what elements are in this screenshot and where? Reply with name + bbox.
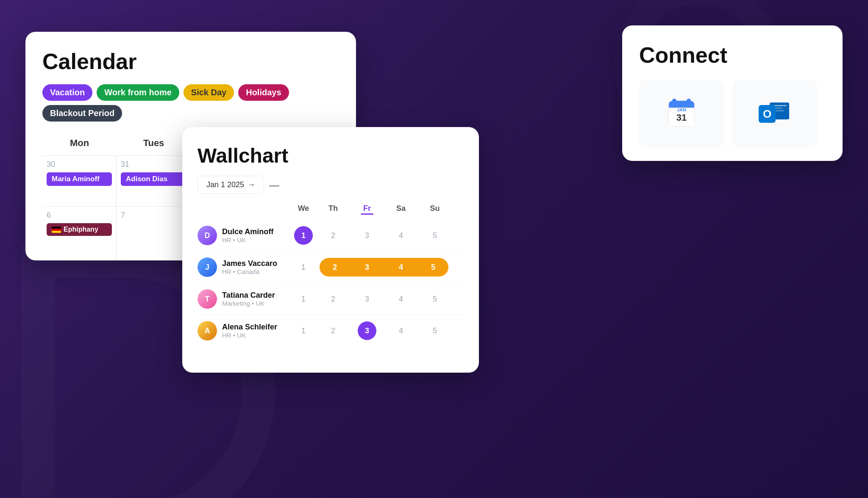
cal-event-adison: Adison Dias [121, 172, 186, 186]
avatar-alena: A [198, 321, 217, 340]
flag-icon [52, 227, 61, 233]
avatar-james: J [198, 257, 217, 277]
svg-text:31: 31 [676, 112, 687, 123]
james-meta: HR • Canada [222, 268, 277, 275]
pill-wfh: Work from home [97, 84, 179, 101]
wc-col-headers: We Th Fr Sa Su [198, 204, 464, 216]
wc-alena-th: 2 [316, 326, 350, 335]
wc-tatiana-we: 1 [291, 295, 316, 304]
wc-dulce-we: 1 [291, 226, 316, 245]
svg-rect-13 [669, 108, 694, 108]
wc-alena-fr: 3 [350, 321, 384, 340]
wc-alena-we: 1 [291, 326, 316, 335]
wc-row-dulce: D Dulce Aminoff HR • UK 1 2 3 4 5 [198, 220, 464, 252]
cal-event-maria: Maria Aminoff [47, 172, 112, 186]
wc-col-su: Su [418, 204, 452, 213]
date-range-arrow: → [248, 180, 255, 189]
outlook-icon: O [758, 100, 792, 127]
svg-rect-5 [669, 123, 694, 126]
wc-row-tatiana: T Tatiana Carder Marketing • UK 1 2 3 4 … [198, 283, 464, 315]
cal-cell-7: 7 [117, 206, 191, 260]
wc-col-fr: Fr [350, 204, 384, 213]
cal-header-mon: Mon [42, 133, 117, 155]
alena-meta: HR • UK [222, 332, 277, 339]
wc-dulce-th: 2 [316, 231, 350, 240]
wc-person-tatiana: T Tatiana Carder Marketing • UK [198, 289, 291, 309]
alena-circle: 3 [358, 321, 376, 340]
wc-dulce-su: 5 [418, 231, 452, 240]
wc-dulce-sa: 4 [384, 231, 418, 240]
wc-tatiana-fr: 3 [350, 295, 384, 304]
dulce-meta: HR • UK [222, 236, 273, 243]
wallchart-title: Wallchart [198, 144, 464, 167]
wc-col-th: Th [316, 204, 350, 213]
wc-james-su: 5 [418, 258, 452, 277]
cal-cell-31: 31 Adison Dias [117, 155, 191, 206]
james-yellow-2: 2 [320, 258, 350, 277]
person-info-james: James Vaccaro HR • Canada [222, 259, 277, 275]
avatar-tatiana: T [198, 289, 217, 309]
legend-pills: Vacation Work from home Sick Day Holiday… [42, 84, 339, 122]
wc-james-we: 1 [291, 263, 316, 272]
date-range-start: Jan 1 2025 [206, 180, 244, 189]
wc-col-name [198, 204, 291, 213]
wc-tatiana-su: 5 [418, 295, 452, 304]
person-info-alena: Alena Schleifer HR • UK [222, 323, 277, 339]
wc-person-alena: A Alena Schleifer HR • UK [198, 321, 291, 340]
wc-james-sa: 4 [384, 258, 418, 277]
james-name: James Vaccaro [222, 259, 277, 268]
james-yellow-3: 3 [350, 258, 384, 277]
wallchart-date-bar: Jan 1 2025 → — [198, 176, 464, 194]
svg-rect-11 [687, 99, 690, 104]
james-yellow-5: 5 [418, 258, 448, 277]
pill-vacation: Vacation [42, 84, 92, 101]
svg-rect-10 [673, 99, 676, 104]
wc-alena-su: 5 [418, 326, 452, 335]
wc-row-alena: A Alena Schleifer HR • UK 1 2 3 4 5 [198, 315, 464, 346]
wc-row-james: J James Vaccaro HR • Canada 1 2 3 4 5 [198, 252, 464, 283]
wc-col-we: We [291, 204, 316, 213]
pill-sick: Sick Day [184, 84, 234, 101]
date-range-button[interactable]: Jan 1 2025 → [198, 176, 264, 194]
dulce-circle: 1 [294, 226, 313, 245]
calendar-title: Calendar [42, 49, 339, 74]
cal-event-ephiphany: Ephiphany [47, 223, 112, 236]
wc-col-sa: Sa [384, 204, 418, 213]
alena-name: Alena Schleifer [222, 323, 277, 332]
cal-date-6: 6 [47, 211, 112, 220]
cal-cell-6: 6 Ephiphany [42, 206, 117, 260]
cal-date-7: 7 [121, 211, 186, 220]
wallchart-card: Wallchart Jan 1 2025 → — We Th Fr Sa Su … [182, 127, 479, 373]
connect-card: Connect 31 JAN [622, 25, 843, 161]
connect-app-outlook[interactable]: O [732, 80, 817, 147]
gcal-icon: 31 JAN [667, 99, 696, 128]
wc-tatiana-sa: 4 [384, 295, 418, 304]
wc-person-james: J James Vaccaro HR • Canada [198, 257, 291, 277]
wc-james-th: 2 [316, 258, 350, 277]
wc-dulce-fr: 3 [350, 231, 384, 240]
wc-person-dulce: D Dulce Aminoff HR • UK [198, 226, 291, 245]
avatar-dulce: D [198, 226, 217, 245]
pill-blackout: Blackout Period [42, 105, 122, 122]
wc-alena-sa: 4 [384, 326, 418, 335]
cal-date-31: 31 [121, 160, 186, 169]
cal-header-tues: Tues [117, 133, 191, 155]
svg-text:O: O [763, 108, 771, 120]
dulce-name: Dulce Aminoff [222, 227, 273, 236]
pill-holidays: Holidays [238, 84, 289, 101]
cal-date-30: 30 [47, 160, 112, 169]
cal-cell-30: 30 Maria Aminoff [42, 155, 117, 206]
person-info-dulce: Dulce Aminoff HR • UK [222, 227, 273, 243]
tatiana-name: Tatiana Carder [222, 291, 275, 300]
tatiana-meta: Marketing • UK [222, 300, 275, 307]
james-yellow-4: 4 [384, 258, 418, 277]
connect-apps: 31 JAN [639, 80, 826, 147]
wc-james-fr: 3 [350, 258, 384, 277]
person-info-tatiana: Tatiana Carder Marketing • UK [222, 291, 275, 307]
wc-tatiana-th: 2 [316, 295, 350, 304]
date-dash: — [269, 179, 279, 191]
connect-app-gcal[interactable]: 31 JAN [639, 80, 724, 147]
connect-title: Connect [639, 42, 826, 68]
